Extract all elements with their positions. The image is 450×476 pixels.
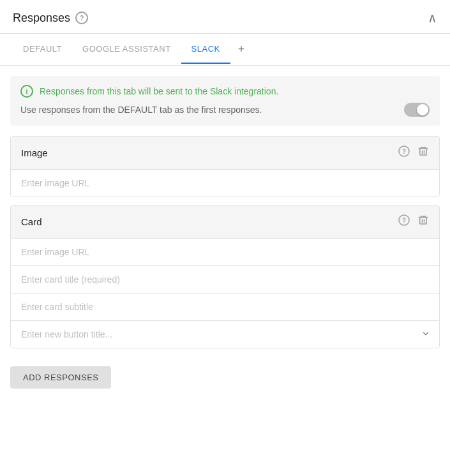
svg-text:?: ? — [402, 217, 406, 224]
info-banner: i Responses from this tab will be sent t… — [10, 76, 440, 126]
info-banner-bottom: Use responses from the DEFAULT tab as th… — [20, 103, 430, 117]
image-card-help-icon[interactable]: ? — [398, 145, 410, 160]
card-image-url-input[interactable] — [11, 239, 439, 266]
image-card-delete-icon[interactable] — [417, 145, 429, 160]
card-button-input-wrapper — [11, 321, 439, 348]
header-help-icon[interactable]: ? — [75, 11, 88, 24]
image-card-header: Image ? — [11, 137, 439, 170]
svg-rect-2 — [420, 149, 427, 156]
default-tab-toggle[interactable] — [404, 103, 430, 117]
image-card-icons: ? — [398, 145, 429, 160]
info-gray-text: Use responses from the DEFAULT tab as th… — [20, 105, 262, 115]
card-card: Card ? — [10, 205, 440, 348]
svg-text:?: ? — [402, 148, 406, 155]
image-url-input[interactable] — [11, 170, 439, 197]
header-left: Responses ? — [13, 11, 88, 25]
info-banner-top: i Responses from this tab will be sent t… — [20, 85, 430, 98]
info-green-text: Responses from this tab will be sent to … — [40, 86, 278, 96]
image-card: Image ? — [10, 136, 440, 197]
card-card-header: Card ? — [11, 205, 439, 239]
page-header: Responses ? ∧ — [0, 0, 450, 34]
collapse-icon[interactable]: ∧ — [428, 10, 437, 26]
image-card-title: Image — [21, 147, 48, 158]
tab-google-assistant[interactable]: GOOGLE ASSISTANT — [72, 35, 181, 64]
card-button-title-input[interactable] — [11, 321, 439, 348]
card-card-title: Card — [21, 216, 42, 227]
svg-rect-7 — [420, 218, 427, 225]
page-title: Responses — [13, 11, 70, 25]
tab-default[interactable]: DEFAULT — [13, 35, 72, 64]
tab-bar: DEFAULT GOOGLE ASSISTANT SLACK + — [0, 34, 450, 66]
add-responses-button[interactable]: ADD RESPONSES — [10, 366, 111, 389]
card-subtitle-input[interactable] — [11, 294, 439, 321]
card-card-icons: ? — [398, 214, 429, 229]
tab-add-icon[interactable]: + — [230, 34, 253, 65]
card-card-delete-icon[interactable] — [417, 214, 429, 229]
card-card-help-icon[interactable]: ? — [398, 214, 410, 229]
info-green-icon: i — [20, 85, 33, 98]
card-title-input[interactable] — [11, 266, 439, 294]
tab-slack[interactable]: SLACK — [181, 35, 230, 64]
